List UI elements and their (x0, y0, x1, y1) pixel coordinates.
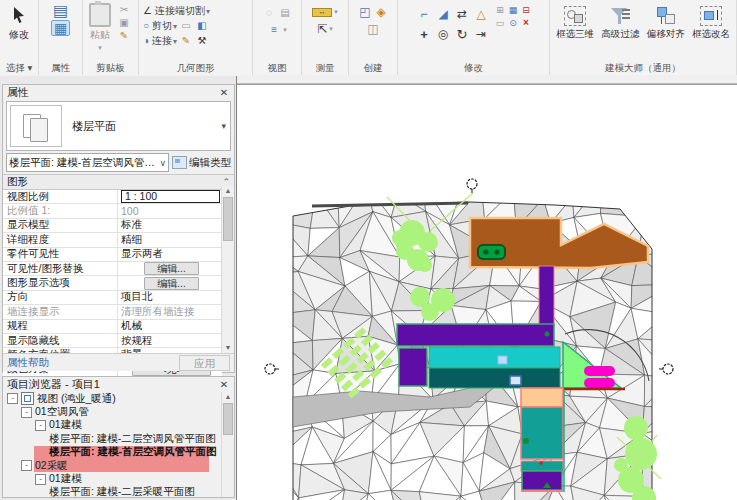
demolish-hammer-icon[interactable]: ⚒ (195, 34, 209, 47)
properties-palette-icon[interactable]: ▤ (53, 5, 68, 17)
property-value[interactable]: 机械 (118, 319, 222, 333)
array-icon[interactable]: ▦ (506, 3, 520, 16)
scale-icon[interactable]: ▭ (493, 16, 507, 29)
view-scale-input[interactable]: 1 : 100 (121, 190, 220, 203)
delete-icon[interactable]: × (519, 16, 533, 29)
align-icon[interactable]: ⌐ (417, 8, 431, 21)
mirror-icon[interactable]: ⊞ (493, 3, 507, 16)
properties-scrollbar[interactable]: ▲ ▼ (221, 186, 234, 353)
property-value[interactable]: 按规程 (118, 334, 222, 348)
duct-darkteal-run[interactable] (429, 368, 560, 388)
match-properties-icon[interactable]: ✎ (117, 29, 131, 42)
car-wheel[interactable] (483, 249, 488, 254)
instance-selector[interactable]: 楼层平面: 建模-首层空调风管平面图 ∨ (6, 153, 169, 172)
tree-item[interactable]: 楼层平面: 建模-二层空调风管平面图 (3, 432, 222, 445)
create-group-icon[interactable]: ◈ (374, 5, 388, 18)
copy-icon[interactable]: ▣ (117, 16, 131, 29)
edit-button[interactable]: 编辑... (144, 262, 198, 275)
tree-collapse-icon[interactable]: - (21, 460, 32, 471)
create-assembly-icon[interactable]: ◫ (366, 22, 380, 35)
copy-element-icon[interactable]: ◎ (436, 28, 450, 41)
cut-icon[interactable]: ✂ (117, 3, 131, 16)
property-value[interactable]: 项目北 (118, 290, 222, 304)
drawing-area[interactable] (237, 84, 737, 500)
properties-help-link[interactable]: 属性帮助 (7, 356, 179, 370)
create-similar-icon[interactable]: ◰ (358, 5, 372, 18)
chevron-down-icon[interactable]: ▾ (221, 121, 226, 131)
cope-icon[interactable]: ◢ (436, 8, 450, 21)
property-value[interactable]: 显示两者 (118, 247, 222, 261)
property-value[interactable]: 清理所有墙连接 (118, 305, 222, 319)
paste-button[interactable]: 粘贴 ▾ (85, 3, 115, 54)
join-geometry-item[interactable]: ◑ 连接 (143, 33, 177, 48)
property-value[interactable]: 编辑... (118, 262, 222, 275)
pin-icon[interactable]: ⊙ (506, 16, 520, 29)
duct-cyan-run[interactable] (429, 347, 560, 368)
property-value[interactable]: 100 (118, 205, 222, 217)
scroll-up-icon[interactable]: ▲ (222, 186, 234, 196)
plant-dot[interactable] (523, 438, 529, 444)
close-icon[interactable]: ✕ (218, 379, 230, 390)
linework-icon[interactable]: ≡ (267, 23, 281, 36)
scroll-down-icon[interactable]: ▼ (222, 343, 234, 353)
stack-purple[interactable] (522, 471, 562, 490)
duct-left-block[interactable] (399, 348, 427, 386)
unpin-icon[interactable]: ⊟ (519, 3, 533, 16)
trim-icon[interactable]: △ (474, 8, 488, 21)
tree-item[interactable]: -01建模 (3, 472, 222, 485)
equipment-pill[interactable] (584, 378, 615, 388)
stack-peach[interactable] (521, 388, 563, 407)
property-value[interactable]: 精细 (118, 233, 222, 247)
elevation-marker-top[interactable] (467, 179, 477, 193)
split-icon[interactable]: ⇄ (455, 8, 469, 21)
property-value[interactable]: 1 : 100 (118, 190, 222, 203)
measure-diagonal-item[interactable]: ⇱ ▾ (317, 23, 333, 35)
join-end-cut-item[interactable]: ∠ 连接端切割 (143, 3, 210, 18)
tree-item[interactable]: 楼层平面: 建模-二层采暖平面图 (3, 486, 222, 498)
box-rename-button[interactable]: 框选改名 (689, 6, 734, 41)
car-wheel[interactable] (494, 249, 499, 254)
browser-scrollbar[interactable]: ▲ (221, 392, 234, 497)
modify-button[interactable]: 修改 (2, 3, 36, 42)
tree-collapse-icon[interactable]: - (35, 474, 46, 485)
duct-riser-vertical[interactable] (539, 266, 554, 326)
rotate-icon[interactable]: ↻ (455, 28, 469, 41)
offset-icon[interactable]: ⇥ (474, 28, 488, 41)
tree-item[interactable]: -01空调风管 (3, 405, 222, 418)
type-selector[interactable]: 楼层平面 ▾ (6, 101, 231, 151)
elevation-marker-right[interactable] (659, 364, 673, 374)
equipment-pill[interactable] (584, 366, 615, 376)
cut-geometry-item[interactable]: ○ 剪切 (143, 18, 177, 33)
elevation-marker-left[interactable] (265, 364, 279, 374)
car-symbol[interactable] (478, 245, 505, 259)
scroll-thumb[interactable] (223, 197, 233, 241)
plant-dot[interactable] (545, 332, 550, 337)
tree-collapse-icon[interactable]: - (7, 393, 18, 404)
apply-button[interactable]: 应用 (179, 355, 230, 371)
stack-teal[interactable] (521, 407, 563, 459)
scroll-thumb[interactable] (223, 403, 233, 435)
paint-icon[interactable]: ✎ (179, 34, 193, 47)
edit-button[interactable]: 编辑... (144, 277, 198, 290)
tree-item[interactable]: -02采暖 (3, 459, 222, 472)
override-graphics-icon[interactable]: ▤ (278, 6, 292, 19)
tree-collapse-icon[interactable]: - (21, 407, 32, 418)
property-value[interactable]: 标准 (118, 218, 222, 232)
close-icon[interactable]: ✕ (218, 87, 230, 98)
box-select-3d-button[interactable]: 框选三维 (552, 6, 597, 41)
advanced-filter-button[interactable]: 高级过滤 (598, 6, 643, 41)
offset-align-button[interactable]: 偏移对齐 (643, 6, 688, 41)
tree-item[interactable]: 楼层平面: 建模-首层空调风管平面图 (3, 446, 222, 459)
scroll-up-icon[interactable]: ▲ (222, 392, 234, 402)
duct-main-horizontal[interactable] (397, 324, 554, 346)
group-label-select[interactable]: 选择 ▾ (0, 61, 38, 75)
edit-type-button[interactable]: 编辑类型 (172, 156, 231, 170)
measure-ruler-item[interactable]: ↔ ▾ (312, 6, 338, 18)
properties-active-icon[interactable]: ▦ (51, 20, 70, 36)
selection-handle[interactable] (498, 356, 507, 364)
tree-item[interactable]: -01建模 (3, 419, 222, 432)
hide-elements-icon[interactable]: ◌ (262, 6, 276, 19)
solid-box-icon[interactable]: ◧ (195, 19, 209, 32)
section-header-graphics[interactable]: 图形 ⌃ (3, 174, 234, 190)
plan-view[interactable] (237, 85, 737, 500)
